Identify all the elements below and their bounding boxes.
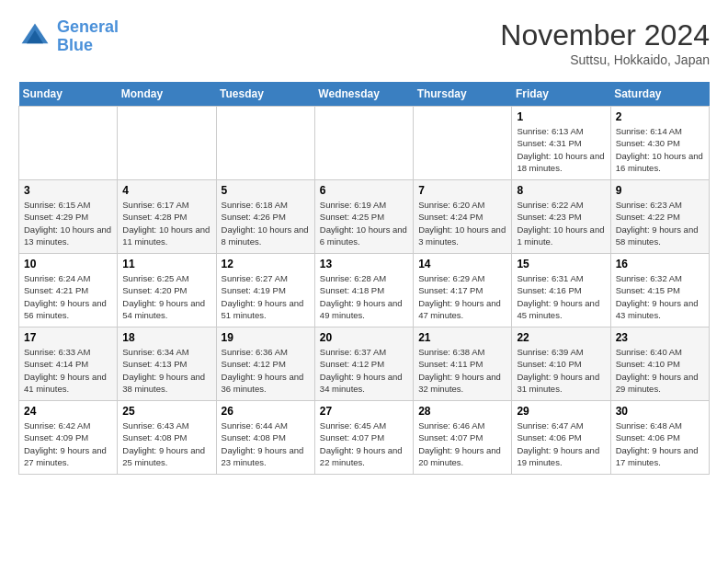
calendar-cell: 26Sunrise: 6:44 AMSunset: 4:08 PMDayligh… xyxy=(216,401,314,475)
day-number: 26 xyxy=(222,405,310,418)
calendar-week-row: 1Sunrise: 6:13 AMSunset: 4:31 PMDaylight… xyxy=(19,107,710,180)
calendar-cell xyxy=(216,107,314,180)
calendar-table: SundayMondayTuesdayWednesdayThursdayFrid… xyxy=(18,82,710,475)
day-number: 13 xyxy=(320,258,408,270)
calendar-cell: 19Sunrise: 6:36 AMSunset: 4:12 PMDayligh… xyxy=(216,327,314,401)
day-number: 3 xyxy=(24,184,112,197)
calendar-cell: 11Sunrise: 6:25 AMSunset: 4:20 PMDayligh… xyxy=(118,254,216,327)
calendar-cell: 15Sunrise: 6:31 AMSunset: 4:16 PMDayligh… xyxy=(512,254,610,327)
logo-line2: Blue xyxy=(57,36,93,54)
day-number: 12 xyxy=(222,258,310,270)
day-info: Sunrise: 6:46 AMSunset: 4:07 PMDaylight:… xyxy=(418,419,506,468)
day-number: 19 xyxy=(222,331,310,344)
day-info: Sunrise: 6:13 AMSunset: 4:31 PMDaylight:… xyxy=(517,125,605,174)
day-info: Sunrise: 6:25 AMSunset: 4:20 PMDaylight:… xyxy=(122,272,210,321)
day-number: 6 xyxy=(320,184,408,197)
day-info: Sunrise: 6:40 AMSunset: 4:10 PMDaylight:… xyxy=(616,346,704,395)
day-info: Sunrise: 6:24 AMSunset: 4:21 PMDaylight:… xyxy=(24,272,112,321)
day-number: 10 xyxy=(24,258,112,270)
day-info: Sunrise: 6:23 AMSunset: 4:22 PMDaylight:… xyxy=(616,199,704,247)
day-info: Sunrise: 6:29 AMSunset: 4:17 PMDaylight:… xyxy=(418,272,506,321)
day-info: Sunrise: 6:20 AMSunset: 4:24 PMDaylight:… xyxy=(418,199,506,247)
calendar-cell: 13Sunrise: 6:28 AMSunset: 4:18 PMDayligh… xyxy=(314,254,413,327)
day-info: Sunrise: 6:44 AMSunset: 4:08 PMDaylight:… xyxy=(222,419,310,468)
day-info: Sunrise: 6:31 AMSunset: 4:16 PMDaylight:… xyxy=(517,272,605,321)
calendar-cell: 27Sunrise: 6:45 AMSunset: 4:07 PMDayligh… xyxy=(314,401,413,475)
day-number: 1 xyxy=(517,110,605,123)
calendar-cell: 20Sunrise: 6:37 AMSunset: 4:12 PMDayligh… xyxy=(314,327,413,401)
calendar-cell: 23Sunrise: 6:40 AMSunset: 4:10 PMDayligh… xyxy=(610,327,709,401)
day-info: Sunrise: 6:36 AMSunset: 4:12 PMDaylight:… xyxy=(222,346,310,395)
day-info: Sunrise: 6:48 AMSunset: 4:06 PMDaylight:… xyxy=(616,419,704,468)
calendar-week-row: 24Sunrise: 6:42 AMSunset: 4:09 PMDayligh… xyxy=(19,401,710,475)
calendar-week-row: 10Sunrise: 6:24 AMSunset: 4:21 PMDayligh… xyxy=(19,254,710,327)
day-header-saturday: Saturday xyxy=(610,82,709,107)
title-block: November 2024 Suttsu, Hokkaido, Japan xyxy=(500,18,710,67)
day-number: 28 xyxy=(418,405,506,418)
day-number: 18 xyxy=(122,331,210,344)
day-number: 20 xyxy=(320,331,408,344)
location-subtitle: Suttsu, Hokkaido, Japan xyxy=(500,52,710,67)
day-number: 16 xyxy=(616,258,704,270)
day-info: Sunrise: 6:43 AMSunset: 4:08 PMDaylight:… xyxy=(122,419,210,468)
calendar-cell: 29Sunrise: 6:47 AMSunset: 4:06 PMDayligh… xyxy=(512,401,610,475)
calendar-week-row: 3Sunrise: 6:15 AMSunset: 4:29 PMDaylight… xyxy=(19,180,710,254)
calendar-cell: 22Sunrise: 6:39 AMSunset: 4:10 PMDayligh… xyxy=(512,327,610,401)
day-number: 22 xyxy=(517,331,605,344)
calendar-cell: 8Sunrise: 6:22 AMSunset: 4:23 PMDaylight… xyxy=(512,180,610,254)
day-info: Sunrise: 6:18 AMSunset: 4:26 PMDaylight:… xyxy=(222,199,310,247)
day-info: Sunrise: 6:19 AMSunset: 4:25 PMDaylight:… xyxy=(320,199,408,247)
logo-icon xyxy=(18,20,51,53)
calendar-cell: 18Sunrise: 6:34 AMSunset: 4:13 PMDayligh… xyxy=(118,327,216,401)
day-info: Sunrise: 6:27 AMSunset: 4:19 PMDaylight:… xyxy=(222,272,310,321)
calendar-cell: 25Sunrise: 6:43 AMSunset: 4:08 PMDayligh… xyxy=(118,401,216,475)
calendar-cell: 12Sunrise: 6:27 AMSunset: 4:19 PMDayligh… xyxy=(216,254,314,327)
month-title: November 2024 xyxy=(500,18,710,52)
day-info: Sunrise: 6:14 AMSunset: 4:30 PMDaylight:… xyxy=(616,125,704,174)
day-number: 29 xyxy=(517,405,605,418)
calendar-week-row: 17Sunrise: 6:33 AMSunset: 4:14 PMDayligh… xyxy=(19,327,710,401)
day-header-sunday: Sunday xyxy=(19,82,118,107)
day-number: 7 xyxy=(418,184,506,197)
day-info: Sunrise: 6:28 AMSunset: 4:18 PMDaylight:… xyxy=(320,272,408,321)
day-info: Sunrise: 6:39 AMSunset: 4:10 PMDaylight:… xyxy=(517,346,605,395)
day-number: 8 xyxy=(517,184,605,197)
day-info: Sunrise: 6:15 AMSunset: 4:29 PMDaylight:… xyxy=(24,199,112,247)
day-info: Sunrise: 6:45 AMSunset: 4:07 PMDaylight:… xyxy=(320,419,408,468)
calendar-cell: 3Sunrise: 6:15 AMSunset: 4:29 PMDaylight… xyxy=(19,180,118,254)
day-number: 4 xyxy=(122,184,210,197)
day-info: Sunrise: 6:47 AMSunset: 4:06 PMDaylight:… xyxy=(517,419,605,468)
calendar-cell xyxy=(118,107,216,180)
day-number: 9 xyxy=(616,184,704,197)
day-header-monday: Monday xyxy=(118,82,216,107)
calendar-cell xyxy=(314,107,413,180)
day-number: 27 xyxy=(320,405,408,418)
day-header-friday: Friday xyxy=(512,82,610,107)
calendar-cell: 24Sunrise: 6:42 AMSunset: 4:09 PMDayligh… xyxy=(19,401,118,475)
calendar-cell: 5Sunrise: 6:18 AMSunset: 4:26 PMDaylight… xyxy=(216,180,314,254)
day-info: Sunrise: 6:32 AMSunset: 4:15 PMDaylight:… xyxy=(616,272,704,321)
day-header-tuesday: Tuesday xyxy=(216,82,314,107)
day-info: Sunrise: 6:34 AMSunset: 4:13 PMDaylight:… xyxy=(122,346,210,395)
calendar-cell: 4Sunrise: 6:17 AMSunset: 4:28 PMDaylight… xyxy=(118,180,216,254)
calendar-cell: 16Sunrise: 6:32 AMSunset: 4:15 PMDayligh… xyxy=(610,254,709,327)
logo: General Blue xyxy=(18,18,119,55)
day-number: 30 xyxy=(616,405,704,418)
day-header-wednesday: Wednesday xyxy=(314,82,413,107)
calendar-cell: 6Sunrise: 6:19 AMSunset: 4:25 PMDaylight… xyxy=(314,180,413,254)
day-number: 11 xyxy=(122,258,210,270)
page-header: General Blue November 2024 Suttsu, Hokka… xyxy=(18,18,710,67)
calendar-cell: 2Sunrise: 6:14 AMSunset: 4:30 PMDaylight… xyxy=(610,107,709,180)
calendar-cell: 7Sunrise: 6:20 AMSunset: 4:24 PMDaylight… xyxy=(414,180,512,254)
day-info: Sunrise: 6:38 AMSunset: 4:11 PMDaylight:… xyxy=(418,346,506,395)
day-info: Sunrise: 6:17 AMSunset: 4:28 PMDaylight:… xyxy=(122,199,210,247)
calendar-cell: 21Sunrise: 6:38 AMSunset: 4:11 PMDayligh… xyxy=(414,327,512,401)
calendar-cell: 28Sunrise: 6:46 AMSunset: 4:07 PMDayligh… xyxy=(414,401,512,475)
day-number: 21 xyxy=(418,331,506,344)
day-number: 2 xyxy=(616,110,704,123)
logo-line1: General xyxy=(57,17,119,36)
day-info: Sunrise: 6:42 AMSunset: 4:09 PMDaylight:… xyxy=(24,419,112,468)
day-number: 23 xyxy=(616,331,704,344)
calendar-cell: 9Sunrise: 6:23 AMSunset: 4:22 PMDaylight… xyxy=(610,180,709,254)
calendar-cell: 10Sunrise: 6:24 AMSunset: 4:21 PMDayligh… xyxy=(19,254,118,327)
